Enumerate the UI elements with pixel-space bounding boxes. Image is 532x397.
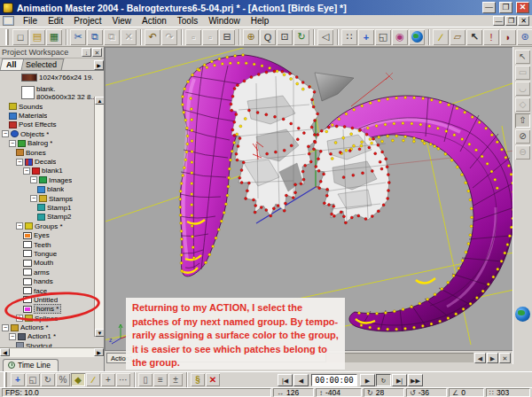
tab-all[interactable]: All: [0, 58, 24, 70]
menu-window[interactable]: Window: [203, 15, 246, 27]
tree-item-groups[interactable]: − Groups *: [0, 222, 93, 230]
translate-manipulator-button[interactable]: +: [11, 373, 25, 386]
tree-item-balrog[interactable]: − Balrog *: [0, 139, 93, 148]
group-move-tool-button[interactable]: ⇧: [515, 113, 530, 128]
tree-horizontal-scrollbar[interactable]: ◀ ▶: [0, 347, 104, 357]
menu-project[interactable]: Project: [68, 15, 106, 27]
close-view-icon[interactable]: ✕: [499, 353, 511, 363]
refresh-button[interactable]: ↻: [293, 29, 309, 45]
split-window-button[interactable]: ⊟: [219, 29, 235, 45]
tree-item-objects[interactable]: − Objects *: [0, 129, 93, 138]
save-button[interactable]: ▦: [46, 29, 62, 45]
tree-item-group-face[interactable]: face: [0, 286, 93, 295]
collapse-icon[interactable]: −: [9, 333, 16, 340]
tree-item-stamps[interactable]: − Stamps: [0, 194, 93, 203]
scroll-right-icon[interactable]: ▶: [94, 348, 104, 356]
next-frame-button[interactable]: ▶|: [392, 374, 407, 386]
scale-manipulator-button[interactable]: ◱: [26, 373, 40, 386]
model-sphere-button[interactable]: ⊛: [517, 29, 532, 45]
workspace-button[interactable]: ▫: [202, 29, 218, 45]
play-button[interactable]: ▶: [360, 374, 375, 386]
toolbar-grip[interactable]: [4, 372, 7, 388]
tree-item-post-effects[interactable]: Post Effects: [0, 121, 93, 129]
spline-button[interactable]: ∕: [86, 373, 100, 386]
tree-item-group-hands[interactable]: hands: [0, 276, 93, 285]
mdi-close-button[interactable]: ✕: [518, 16, 529, 26]
go-to-start-button[interactable]: |◀: [278, 374, 293, 386]
pointer-tool-button[interactable]: ↖: [515, 50, 530, 64]
collapse-icon[interactable]: −: [30, 195, 37, 202]
tree-item-bones[interactable]: Bones: [0, 148, 93, 157]
tree-item-splines[interactable]: + Splines: [0, 314, 93, 323]
collapse-icon[interactable]: −: [2, 130, 9, 137]
go-to-end-button[interactable]: ▶▶: [408, 374, 423, 386]
muscle-mode-button[interactable]: ◗: [500, 29, 516, 45]
cut-button[interactable]: ✂: [70, 29, 86, 45]
tree-item-group-untitled[interactable]: Untitled: [0, 295, 93, 304]
mdi-minimize-button[interactable]: —: [493, 16, 505, 26]
rect-select-tool-button[interactable]: ▭: [515, 66, 530, 80]
tree-item-blank1[interactable]: − blank1: [0, 167, 93, 175]
tree-item-decals[interactable]: − Decals: [0, 157, 93, 166]
previous-frame-button[interactable]: ◀: [293, 374, 309, 386]
tree-item-group-horns[interactable]: horns *: [0, 305, 93, 314]
collapse-icon[interactable]: −: [16, 159, 23, 166]
bound-group-button[interactable]: ∷: [341, 29, 357, 45]
open-button[interactable]: ▤: [29, 29, 45, 45]
speaker-button[interactable]: ◁: [317, 29, 333, 45]
move-mode-button[interactable]: +: [358, 29, 374, 45]
tree-item-group-eyes[interactable]: Eyes: [0, 230, 93, 239]
percent-button[interactable]: %: [56, 373, 70, 386]
menu-file[interactable]: File: [18, 15, 43, 27]
expand-icon[interactable]: +: [16, 315, 23, 322]
next-keyframe-button[interactable]: ±: [168, 373, 183, 386]
tree-item-action1[interactable]: − Action1 *: [0, 332, 93, 341]
tab-scroll-right-icon[interactable]: ▶: [94, 60, 104, 70]
toolbar-grip[interactable]: [5, 29, 9, 45]
birds-eye-globe-icon[interactable]: [515, 307, 530, 322]
delete-keyframe-button[interactable]: ✕: [206, 373, 220, 386]
paste-button[interactable]: ⧉: [104, 29, 120, 45]
scale-mode-button[interactable]: ◱: [375, 29, 391, 45]
add-point-button[interactable]: +: [101, 373, 115, 386]
tree-item-materials[interactable]: Materials: [0, 111, 93, 120]
collapse-icon[interactable]: −: [16, 222, 23, 230]
rotoscope-button[interactable]: ▱: [450, 29, 466, 45]
tree-item-group-teeth[interactable]: Teeth: [0, 240, 93, 249]
tree-item-group-arms[interactable]: arms: [0, 268, 93, 276]
undo-button[interactable]: ↶: [145, 29, 160, 45]
tree-item-image-blank[interactable]: blank. 800x600x32 32 8...: [0, 83, 93, 102]
tree-item-actions[interactable]: − Actions *: [0, 323, 93, 331]
pin-icon[interactable]: ↓: [82, 48, 91, 57]
tree-item-stamp2[interactable]: Stamp2: [0, 213, 93, 222]
close-panel-icon[interactable]: ✕: [92, 48, 102, 57]
delete-button[interactable]: ✕: [121, 29, 137, 45]
redo-button[interactable]: ↷: [161, 29, 177, 45]
collapse-icon[interactable]: −: [9, 140, 16, 147]
prev-keyframe-button[interactable]: ▯: [138, 373, 153, 386]
tab-timeline[interactable]: Time Line: [3, 359, 59, 371]
keyframe-list-button[interactable]: ≡: [153, 373, 168, 386]
mdi-restore-button[interactable]: ❐: [505, 16, 517, 26]
tree-item-group-mouth[interactable]: Mouth: [0, 259, 93, 268]
scroll-left-icon[interactable]: ◀: [0, 348, 10, 356]
lock-tool-button[interactable]: ⊖: [515, 145, 530, 160]
add-spline-button[interactable]: ∕: [433, 29, 449, 45]
lasso-tool-button[interactable]: ◡: [515, 82, 530, 96]
current-time-field[interactable]: 00:00:00: [311, 374, 357, 386]
menu-edit[interactable]: Edit: [43, 15, 68, 27]
document-icon[interactable]: [3, 16, 14, 26]
scroll-up-icon[interactable]: ▲: [95, 97, 104, 105]
menu-action[interactable]: Action: [137, 15, 172, 27]
tree-item-shortcut[interactable]: Shortcut ...: [0, 341, 93, 347]
pan-button[interactable]: ⊕: [243, 29, 259, 45]
tree-item-image-1024[interactable]: 1024x766x24 19...: [0, 72, 93, 83]
zoom-button[interactable]: Q: [260, 29, 276, 45]
new-button[interactable]: □: [12, 29, 28, 45]
rotate-mode-button[interactable]: ◉: [392, 29, 408, 45]
minimize-button[interactable]: —: [482, 2, 496, 13]
scroll-right-icon[interactable]: ▶: [487, 353, 498, 363]
tree-item-group-tongue[interactable]: Tongue: [0, 249, 93, 258]
menu-tools[interactable]: Tools: [172, 15, 203, 27]
scroll-left-icon[interactable]: ◀: [474, 353, 486, 363]
